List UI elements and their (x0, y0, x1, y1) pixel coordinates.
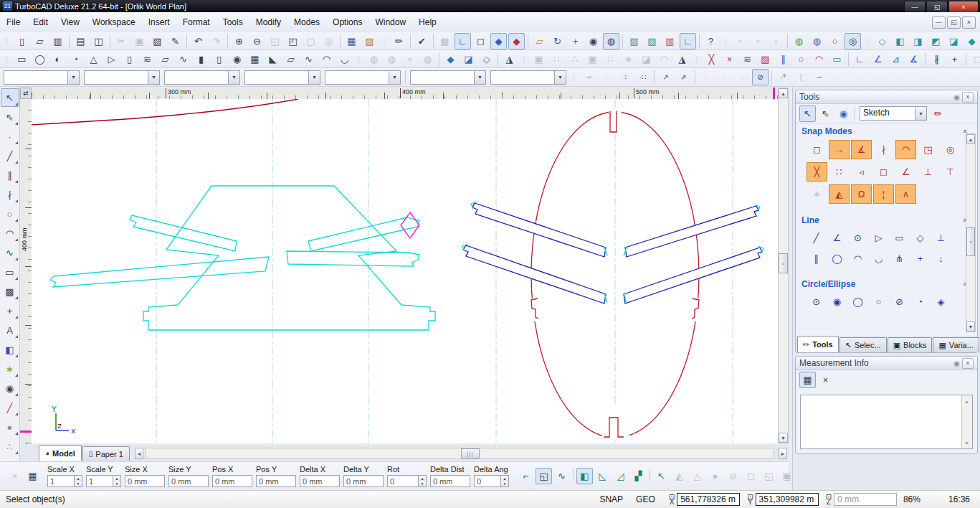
view-top-icon[interactable]: ◆ (964, 33, 980, 50)
line-single-icon[interactable]: ╱ (807, 229, 826, 247)
property-combo[interactable]: ▼ (325, 70, 401, 85)
line-parallel-icon[interactable]: ∥ (807, 250, 826, 268)
horizontal-scroll-thumb[interactable]: ||| (461, 448, 480, 458)
degree-point-icon[interactable]: ∙° (775, 69, 791, 85)
view-left-icon[interactable]: ◩ (928, 33, 944, 50)
palette-scroll-up[interactable]: ▲ (966, 134, 975, 144)
close-palette-icon[interactable]: × (962, 358, 974, 369)
scroll-up-button[interactable]: ▲ (779, 88, 788, 98)
print-icon[interactable]: ▤ (72, 33, 89, 50)
palette-scroll-down[interactable]: ▼ (966, 321, 975, 331)
select-tool[interactable]: ↖ (1, 88, 19, 107)
spline-handles-icon[interactable]: ∿ (553, 468, 570, 484)
coordinate-z-field[interactable]: 0 mm (834, 493, 897, 506)
snap-aperture-icon[interactable]: ∧ (895, 184, 916, 204)
wedge-icon[interactable]: ◣ (265, 51, 281, 67)
render-hidden-line-icon[interactable]: ◍ (809, 33, 825, 50)
restore-button[interactable]: ◱ (926, 1, 948, 13)
edit-polyline-icon[interactable]: ⊿ (888, 51, 904, 67)
scroll-down-button[interactable]: ▼ (779, 433, 788, 443)
snap-midpoint-icon[interactable]: ∤ (873, 140, 894, 159)
menu-edit[interactable]: Edit (27, 14, 54, 30)
vector-ne-icon[interactable]: ↗ (657, 69, 674, 85)
field-value[interactable]: 1 (47, 475, 75, 487)
color-palette-icon[interactable]: ▥ (662, 33, 678, 50)
zoom-level[interactable]: 86% (903, 494, 920, 504)
field-spinner[interactable]: ▲▼ (113, 475, 121, 487)
delete-measurement-icon[interactable]: × (817, 372, 834, 388)
multi-trim-icon[interactable]: ≋ (739, 51, 756, 67)
insert-table-icon[interactable]: ▦ (343, 33, 360, 50)
slab-icon[interactable]: ▱ (157, 51, 173, 67)
wp-select-icon[interactable]: ◺ (594, 468, 611, 484)
chain-icon[interactable]: ⌐ (518, 468, 534, 484)
lathe-icon[interactable]: ∿ (175, 51, 191, 67)
world-coords-icon[interactable]: ◉ (835, 105, 852, 122)
spin-down-icon[interactable]: ▼ (501, 481, 508, 487)
ellipse-rotated-icon[interactable]: ◈ (931, 293, 951, 311)
help-select-icon[interactable]: ? (703, 33, 719, 50)
align-icon[interactable]: ∦ (928, 51, 945, 67)
snap-tangent-icon[interactable]: ∠ (895, 162, 916, 182)
coordinate-x-field[interactable]: 561,778326 m (677, 493, 740, 506)
zoom-out-icon[interactable]: ⊖ (249, 33, 265, 50)
snap-quadrant-icon[interactable]: ◳ (918, 140, 938, 159)
field-value[interactable]: 0 mm (343, 475, 384, 487)
text-tool[interactable]: A (1, 321, 19, 339)
snap-ortho-icon[interactable]: ◃ (851, 162, 872, 182)
property-combo[interactable]: ▼ (490, 70, 566, 85)
pin-icon[interactable]: ◉ (953, 359, 960, 367)
solid-tool[interactable]: ▩ (1, 282, 19, 301)
camera-icon[interactable]: ◉ (585, 33, 601, 50)
circle-arc-icon[interactable]: ◔ (910, 293, 930, 311)
circle-two-point-icon[interactable]: ◯ (848, 293, 867, 311)
vector-dbl-icon[interactable]: ⇗ (675, 69, 692, 85)
pick-arrow-icon[interactable]: ↖ (653, 468, 670, 484)
line-axis-icon[interactable]: + (910, 250, 930, 268)
menu-options[interactable]: Options (326, 14, 368, 30)
sphere-tool-tool[interactable]: ● (1, 418, 19, 436)
property-combo[interactable]: ▼ (4, 70, 80, 85)
snap-center-icon[interactable]: ◎ (940, 140, 961, 159)
snap-intersection-icon[interactable]: ╳ (807, 162, 827, 182)
snap-nearest-icon[interactable]: → (829, 140, 850, 159)
spin-up-icon[interactable]: ▲ (113, 476, 120, 481)
disc-icon[interactable]: ◉ (229, 51, 245, 67)
field-value[interactable]: 0 (474, 475, 501, 487)
snap-arc-center-icon[interactable]: ◠ (895, 140, 916, 159)
app-icon[interactable]: 21 (3, 1, 12, 11)
menu-insert[interactable]: Insert (142, 14, 176, 30)
menu-workspace[interactable]: Workspace (86, 14, 142, 30)
orbit-3d-icon[interactable]: ↻ (549, 33, 566, 50)
line-tangent-arc-icon[interactable]: ◠ (848, 250, 867, 268)
spin-down-icon[interactable]: ▼ (419, 481, 426, 487)
circle-three-point-icon[interactable]: ○ (869, 293, 888, 311)
style-brush-icon[interactable]: ✏ (930, 105, 946, 122)
scroll-up-icon[interactable]: ▲ (963, 397, 971, 405)
menu-tools[interactable]: Tools (217, 14, 249, 30)
line-perpendicular-icon[interactable]: ⊥ (931, 229, 951, 247)
walk-icon[interactable]: + (567, 33, 584, 50)
left-part-outline[interactable] (50, 186, 435, 330)
multiline-tool[interactable]: ∥ (1, 166, 19, 184)
box-3d-tool[interactable]: ▭ (1, 263, 19, 281)
measurement-palette-header[interactable]: Measurement Info ◉ × (796, 357, 977, 370)
materials-icon[interactable]: ◆ (508, 33, 525, 50)
child-restore-button[interactable]: ◱ (947, 17, 961, 29)
measurement-text-area[interactable]: ▲ ▼ (800, 395, 973, 449)
close-button[interactable]: × (948, 1, 979, 13)
rod-icon[interactable]: ▮ (193, 51, 209, 67)
fence-select-icon[interactable]: ▞ (630, 468, 647, 484)
field-spinner[interactable]: ▲▼ (419, 475, 427, 487)
edit-node-icon[interactable]: ▨ (757, 51, 774, 67)
line-circumscribed-icon[interactable]: ⊙ (848, 229, 867, 247)
child-minimize-button[interactable]: — (932, 17, 946, 29)
construction-line-tool[interactable]: ∤ (1, 185, 19, 204)
egg-wings[interactable] (463, 203, 762, 304)
boolean-union-icon[interactable]: ◆ (442, 51, 459, 67)
tools-palette-header[interactable]: Tools ◉ × (796, 90, 977, 104)
tab-tools[interactable]: ✏Tools (797, 336, 839, 352)
tab-selec[interactable]: ↖Selec... (839, 337, 887, 352)
combo-dropdown-icon[interactable]: ▼ (228, 71, 239, 84)
tab-paper-1[interactable]: ▯Paper 1 (82, 446, 130, 461)
